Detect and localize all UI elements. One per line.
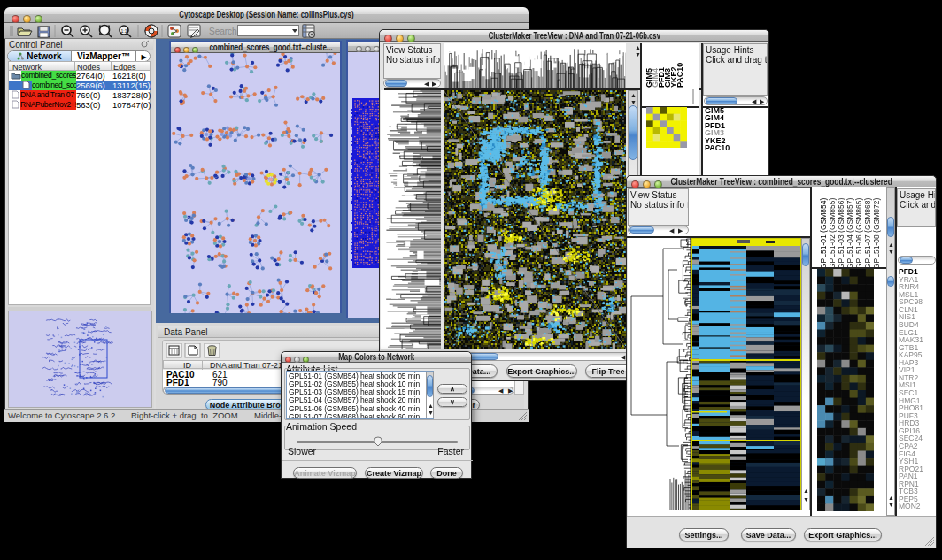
svg-text:1:1: 1:1 bbox=[121, 28, 127, 34]
